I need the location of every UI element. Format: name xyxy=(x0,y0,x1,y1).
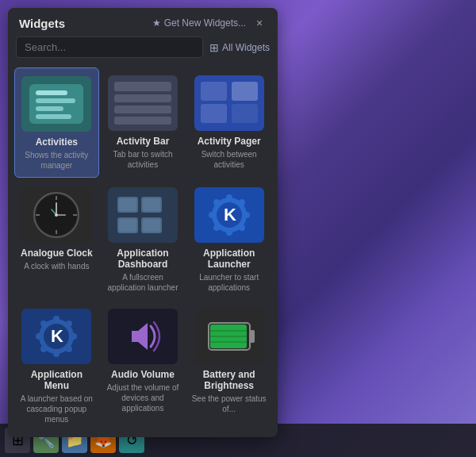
widget-item-activities[interactable]: ActivitiesShows the activity manager xyxy=(14,67,99,178)
grid-icon: ⊞ xyxy=(209,41,219,54)
widget-icon-application-dashboard xyxy=(108,187,178,243)
svg-rect-3 xyxy=(36,98,75,103)
svg-rect-2 xyxy=(36,90,67,95)
svg-point-45 xyxy=(239,199,245,205)
widget-icon-battery-brightness xyxy=(194,309,264,364)
svg-rect-8 xyxy=(114,94,171,102)
svg-rect-10 xyxy=(114,117,171,125)
widget-item-analogue-clock[interactable]: Analogue ClockA clock with hands xyxy=(14,179,99,299)
svg-point-58 xyxy=(40,346,47,352)
svg-point-47 xyxy=(239,225,245,231)
svg-rect-27 xyxy=(108,187,178,243)
get-widgets-label: Get New Widgets... xyxy=(164,17,246,29)
widget-desc-activity-pager: Switch between activities xyxy=(191,149,267,170)
widget-icon-activity-pager xyxy=(194,75,264,131)
widget-icon-activity-bar xyxy=(108,75,178,131)
widget-icon-analogue-clock xyxy=(21,187,91,243)
widget-item-activity-bar[interactable]: Activity BarTab bar to switch activities xyxy=(101,67,186,178)
widget-desc-activities: Shows the activity manager xyxy=(20,150,94,171)
svg-rect-64 xyxy=(250,330,255,343)
widget-desc-activity-bar: Tab bar to switch activities xyxy=(106,149,181,170)
svg-rect-7 xyxy=(114,82,171,91)
svg-text:K: K xyxy=(51,326,63,346)
widget-icon-application-launcher: K xyxy=(194,187,264,243)
widget-item-activity-pager[interactable]: Activity PagerSwitch between activities xyxy=(186,67,271,178)
svg-rect-12 xyxy=(201,82,227,101)
svg-rect-14 xyxy=(232,82,258,101)
svg-rect-33 xyxy=(143,198,160,211)
widget-icon-activities xyxy=(21,76,91,132)
widgets-panel: Widgets ★ Get New Widgets... × ⊞ All Wid… xyxy=(8,8,278,437)
widget-name-activities: Activities xyxy=(36,136,78,148)
svg-text:K: K xyxy=(224,205,236,225)
panel-header-right: ★ Get New Widgets... × xyxy=(152,16,267,30)
svg-point-42 xyxy=(209,212,215,218)
svg-point-40 xyxy=(226,194,232,201)
widget-icon-audio-volume xyxy=(108,309,178,364)
svg-rect-13 xyxy=(201,104,227,123)
widget-item-application-dashboard[interactable]: Application DashboardA fullscreen applic… xyxy=(101,179,186,299)
widget-name-battery-brightness: Battery and Brightness xyxy=(191,369,267,391)
widget-desc-application-dashboard: A fullscreen application launcher xyxy=(106,272,181,293)
svg-rect-4 xyxy=(36,106,63,111)
get-widgets-link[interactable]: ★ Get New Widgets... xyxy=(152,17,246,29)
widget-item-application-menu[interactable]: K Application MenuA launcher based on ca… xyxy=(14,301,99,431)
svg-point-55 xyxy=(71,333,77,340)
svg-rect-15 xyxy=(232,104,258,123)
widget-name-application-menu: Application Menu xyxy=(19,369,94,391)
widget-desc-audio-volume: Adjust the volume of devices and applica… xyxy=(106,382,181,413)
svg-rect-34 xyxy=(119,219,136,232)
svg-rect-32 xyxy=(119,198,136,211)
widget-desc-application-menu: A launcher based on cascading popup menu… xyxy=(19,394,94,424)
svg-point-56 xyxy=(40,321,47,327)
svg-point-44 xyxy=(213,199,220,205)
widget-desc-battery-brightness: See the power status of... xyxy=(191,394,267,414)
widget-desc-analogue-clock: A clock with hands xyxy=(24,261,89,271)
svg-point-46 xyxy=(213,225,220,231)
widget-name-audio-volume: Audio Volume xyxy=(111,369,175,380)
widget-name-application-dashboard: Application Dashboard xyxy=(106,248,181,270)
widget-name-application-launcher: Application Launcher xyxy=(191,248,267,270)
close-button[interactable]: × xyxy=(252,16,267,30)
svg-point-41 xyxy=(226,229,232,236)
svg-point-53 xyxy=(53,351,60,357)
panel-header: Widgets ★ Get New Widgets... × xyxy=(8,8,278,36)
widget-name-activity-pager: Activity Pager xyxy=(198,136,261,147)
search-bar-row: ⊞ All Widgets xyxy=(8,36,278,64)
panel-title: Widgets xyxy=(19,17,65,30)
all-widgets-button[interactable]: ⊞ All Widgets xyxy=(209,41,270,54)
widget-grid: ActivitiesShows the activity manager Act… xyxy=(8,64,278,437)
svg-point-26 xyxy=(55,213,58,217)
widget-icon-application-menu: K xyxy=(21,309,91,364)
all-widgets-label: All Widgets xyxy=(222,42,270,53)
widget-desc-application-launcher: Launcher to start applications xyxy=(191,272,267,293)
svg-point-52 xyxy=(53,316,60,322)
widget-item-audio-volume[interactable]: Audio VolumeAdjust the volume of devices… xyxy=(101,301,186,431)
svg-point-54 xyxy=(36,333,42,340)
search-input[interactable] xyxy=(16,36,203,58)
svg-point-43 xyxy=(244,212,250,218)
svg-point-59 xyxy=(66,346,72,352)
widget-item-application-launcher[interactable]: K Application LauncherLauncher to start … xyxy=(186,179,271,299)
svg-rect-9 xyxy=(114,106,171,113)
widget-name-activity-bar: Activity Bar xyxy=(117,136,170,147)
star-icon: ★ xyxy=(152,17,161,29)
svg-rect-35 xyxy=(143,219,160,232)
svg-rect-5 xyxy=(36,114,71,119)
svg-point-57 xyxy=(66,321,72,327)
widget-name-analogue-clock: Analogue Clock xyxy=(21,248,93,259)
widget-item-battery-brightness[interactable]: Battery and BrightnessSee the power stat… xyxy=(186,301,271,431)
